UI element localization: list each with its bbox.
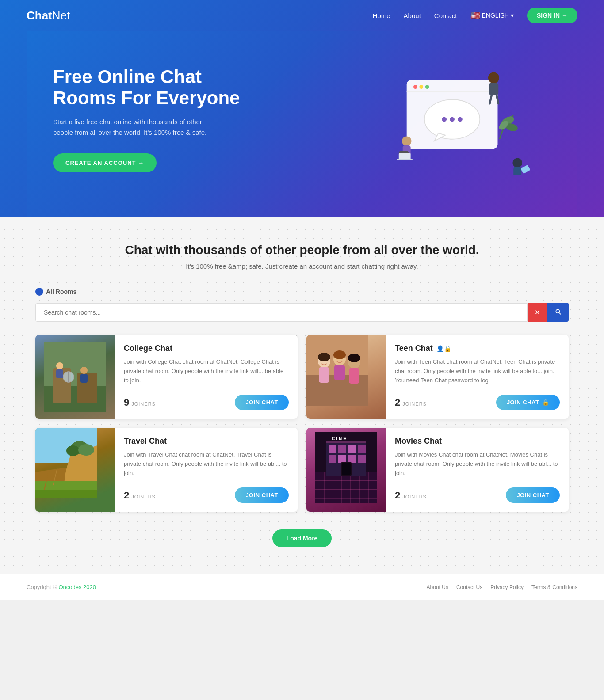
svg-rect-21 xyxy=(513,167,521,175)
svg-point-17 xyxy=(402,136,411,145)
svg-rect-70 xyxy=(338,445,346,453)
footer-terms[interactable]: Terms & Conditions xyxy=(531,584,577,590)
card-image-movies: CINE xyxy=(306,428,386,512)
svg-rect-22 xyxy=(520,165,530,174)
hero-title: Free Online Chat Rooms For Everyone xyxy=(53,66,256,109)
nav-contact[interactable]: Contact xyxy=(434,12,457,19)
section-title: Chat with thousands of other people from… xyxy=(35,243,569,257)
svg-rect-78 xyxy=(342,463,351,475)
college-joiners-label: JOINERS xyxy=(131,401,156,407)
svg-point-51 xyxy=(66,445,80,456)
nav-links: Home About Contact 🇺🇸 ENGLISH ▾ SIGN IN … xyxy=(373,8,577,23)
load-more-button[interactable]: Load More xyxy=(272,529,332,547)
logo[interactable]: ChatNet xyxy=(27,9,70,23)
svg-rect-72 xyxy=(358,445,366,453)
header-section: ChatNet Home About Contact 🇺🇸 ENGLISH ▾ … xyxy=(0,0,604,217)
card-desc-college: Join with College Chat chat room at Chat… xyxy=(124,358,289,388)
svg-rect-75 xyxy=(348,455,356,463)
movies-joiners-label: JOINERS xyxy=(402,494,427,499)
svg-rect-80 xyxy=(326,441,366,443)
search-bar: ✕ xyxy=(35,303,569,322)
svg-text:CINE: CINE xyxy=(332,436,348,441)
footer-copyright: Copyright © Oncodes 2020 xyxy=(27,584,96,590)
svg-rect-69 xyxy=(329,445,336,453)
svg-point-45 xyxy=(333,350,346,359)
svg-point-13 xyxy=(488,72,499,84)
footer-about-us[interactable]: About Us xyxy=(427,584,448,590)
teen-joiners-count: 2 xyxy=(395,397,400,408)
card-image-college xyxy=(35,335,115,419)
tab-dot-icon xyxy=(35,288,43,296)
card-footer-travel: 2 JOINERS JOIN CHAT xyxy=(124,487,289,503)
card-desc-travel: Join with Travel Chat chat room at ChatN… xyxy=(124,450,289,480)
svg-point-52 xyxy=(78,444,94,456)
card-body-teen: Teen Chat 👤🔒 Join with Teen Chat chat ro… xyxy=(386,335,569,419)
footer-copy-text: Copyright © xyxy=(27,584,57,590)
nav-home[interactable]: Home xyxy=(373,12,390,19)
svg-rect-39 xyxy=(319,367,329,383)
search-icon xyxy=(554,308,562,315)
teen-joiners: 2 JOINERS xyxy=(395,397,427,408)
svg-rect-32 xyxy=(80,374,88,383)
card-movies: CINE Movies Chat Join with Movies Chat c… xyxy=(306,428,569,512)
main-content: Chat with thousands of other people from… xyxy=(0,217,604,574)
footer-links: About Us Contact Us Privacy Policy Terms… xyxy=(427,584,577,590)
join-college-button[interactable]: JOIN CHAT xyxy=(235,395,289,410)
movies-joiners: 2 JOINERS xyxy=(395,490,427,501)
svg-rect-73 xyxy=(329,455,336,463)
movies-joiners-count: 2 xyxy=(395,490,400,501)
svg-point-1 xyxy=(413,85,417,89)
lang-label: ENGLISH xyxy=(482,12,509,19)
svg-rect-71 xyxy=(348,445,356,453)
join-travel-button[interactable]: JOIN CHAT xyxy=(235,487,289,503)
travel-joiners: 2 JOINERS xyxy=(124,490,156,501)
svg-rect-24 xyxy=(397,159,413,160)
travel-joiners-label: JOINERS xyxy=(131,494,156,499)
load-more-section: Load More xyxy=(35,529,569,547)
create-account-button[interactable]: CREATE AN ACCOUNT → xyxy=(53,153,157,172)
college-photo xyxy=(35,335,115,419)
footer-privacy-policy[interactable]: Privacy Policy xyxy=(490,584,524,590)
navbar: ChatNet Home About Contact 🇺🇸 ENGLISH ▾ … xyxy=(27,0,577,31)
footer: Copyright © Oncodes 2020 About Us Contac… xyxy=(0,574,604,600)
hero-section: Free Online Chat Rooms For Everyone Star… xyxy=(27,31,577,217)
teen-joiners-label: JOINERS xyxy=(402,401,427,407)
movies-photo: CINE xyxy=(306,428,386,512)
hero-text: Free Online Chat Rooms For Everyone Star… xyxy=(53,66,256,173)
card-college: College Chat Join with College Chat chat… xyxy=(35,335,298,419)
svg-point-46 xyxy=(348,354,360,362)
card-body-movies: Movies Chat Join with Movies Chat chat r… xyxy=(386,428,569,512)
nav-about[interactable]: About xyxy=(404,12,421,19)
card-footer-college: 9 JOINERS JOIN CHAT xyxy=(124,395,289,410)
hero-subtitle: Start a live free chat online with thous… xyxy=(53,117,221,138)
logo-rest: Net xyxy=(52,9,70,22)
sign-in-button[interactable]: SIGN IN → xyxy=(527,8,577,23)
college-joiners: 9 JOINERS xyxy=(124,397,156,408)
teen-icons: 👤🔒 xyxy=(436,345,451,352)
footer-contact-us[interactable]: Contact Us xyxy=(456,584,482,590)
tab-all-rooms[interactable]: All Rooms xyxy=(35,288,76,296)
teen-photo xyxy=(306,335,386,419)
svg-point-7 xyxy=(442,117,447,122)
svg-rect-74 xyxy=(338,455,346,463)
svg-point-31 xyxy=(80,367,88,374)
search-clear-button[interactable]: ✕ xyxy=(528,303,547,322)
svg-rect-41 xyxy=(334,365,345,380)
search-input[interactable] xyxy=(35,303,528,322)
lock-icon: 🔒 xyxy=(542,399,550,406)
card-body-college: College Chat Join with College Chat chat… xyxy=(115,335,298,419)
tab-all-rooms-label: All Rooms xyxy=(46,288,76,295)
card-footer-teen: 2 JOINERS JOIN CHAT 🔒 xyxy=(395,395,560,410)
footer-brand-link[interactable]: Oncodes 2020 xyxy=(58,584,96,590)
card-desc-movies: Join with Movies Chat chat room at ChatN… xyxy=(395,450,560,480)
card-title-college: College Chat xyxy=(124,344,289,353)
search-submit-button[interactable] xyxy=(547,303,569,322)
svg-point-29 xyxy=(56,362,63,369)
card-footer-movies: 2 JOINERS JOIN CHAT xyxy=(395,487,560,503)
svg-point-44 xyxy=(318,353,330,361)
section-subtitle: It's 100% free &amp; safe. Just create a… xyxy=(35,262,569,270)
card-teen: Teen Chat 👤🔒 Join with Teen Chat chat ro… xyxy=(306,335,569,419)
join-movies-button[interactable]: JOIN CHAT xyxy=(506,487,560,503)
join-teen-button[interactable]: JOIN CHAT 🔒 xyxy=(496,395,560,410)
language-selector[interactable]: 🇺🇸 ENGLISH ▾ xyxy=(470,11,514,20)
